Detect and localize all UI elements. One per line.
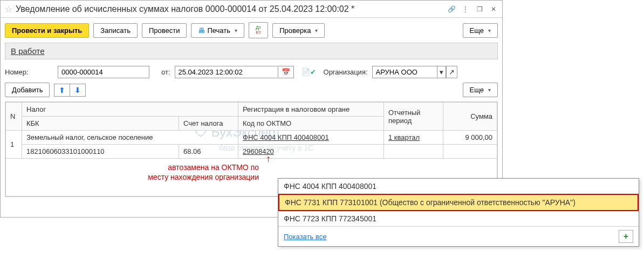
window-title: Уведомление об исчисленных суммах налого… [16, 4, 444, 14]
cell-oktmo[interactable]: 29608420 [238, 145, 384, 159]
dropdown-item[interactable]: ФНС 7723 КПП 772345001 [278, 211, 639, 218]
th-account[interactable]: Счет налога [179, 117, 238, 131]
number-label: Номер: [5, 68, 53, 76]
dropdown-item[interactable]: ФНС 4004 КПП 400408001 [278, 179, 639, 194]
calendar-icon[interactable]: 📅 [278, 67, 293, 77]
cell-period-link[interactable]: 1 квартал [388, 133, 420, 141]
cell-kbk[interactable]: 18210606033101000110 [22, 145, 179, 159]
table-toolbar: Добавить ⬆ ⬇ Еще [1, 80, 502, 99]
th-kbk[interactable]: КБК [22, 117, 179, 131]
org-dropdown-icon[interactable]: ▾ [437, 66, 446, 78]
date-label: от: [161, 68, 170, 76]
registration-dropdown: ФНС 4004 КПП 400408001 ФНС 7731 КПП 7731… [278, 178, 639, 218]
window-restore-icon[interactable]: ❐ [475, 5, 484, 13]
org-label: Организация: [324, 68, 368, 76]
table-more-button[interactable]: Еще [463, 83, 498, 97]
cell-period[interactable]: 1 квартал [384, 131, 443, 145]
check-button[interactable]: Проверка [272, 23, 325, 38]
approved-icon[interactable]: 📄✔ [302, 68, 316, 76]
cell-account[interactable]: 68.06 [179, 145, 238, 159]
th-reg[interactable]: Регистрация в налоговом органе [238, 103, 384, 117]
print-button[interactable]: 🖶 Печать [191, 23, 244, 38]
annotation-arrow-icon: ↑ [266, 153, 271, 165]
add-button[interactable]: Добавить [5, 83, 50, 97]
date-input[interactable] [175, 66, 278, 78]
cell-reg-link[interactable]: ФНС 4004 КПП 400408001 [243, 133, 329, 141]
status-bar: В работе [5, 43, 498, 59]
cell-sum[interactable]: 9 000,00 [443, 131, 497, 145]
close-icon[interactable]: ✕ [489, 5, 498, 13]
th-oktmo[interactable]: Код по ОКТМО [238, 117, 384, 131]
post-button[interactable]: Провести [142, 23, 187, 38]
write-button[interactable]: Записать [93, 23, 138, 38]
link-icon[interactable]: 🔗 [447, 5, 456, 13]
header-form-row: Номер: от: 📅 📄✔ Организация: ▾ ↗ [1, 64, 502, 80]
cell-n[interactable]: 1 [6, 131, 22, 159]
more-button[interactable]: Еще [463, 23, 498, 38]
th-sum[interactable]: Сумма [443, 103, 497, 131]
cell-reg[interactable]: ФНС 4004 КПП 400408001 [238, 131, 384, 145]
more-vertical-icon[interactable]: ⋮ [461, 5, 470, 13]
th-n[interactable]: N [6, 103, 22, 131]
printer-icon: 🖶 [198, 26, 205, 35]
move-down-button[interactable]: ⬇ [70, 84, 85, 96]
table-row[interactable]: 1 Земельный налог, сельское поселение ФН… [6, 131, 497, 145]
cell-tax[interactable]: Земельный налог, сельское поселение [22, 131, 238, 145]
dtkt-icon: ДтКт [256, 25, 261, 35]
dropdown-item-selected[interactable]: ФНС 7731 КПП 773101001 (Общество с огран… [278, 194, 639, 211]
status-link[interactable]: В работе [11, 46, 45, 56]
favorite-star-icon[interactable]: ☆ [5, 4, 12, 14]
org-open-icon[interactable]: ↗ [446, 66, 457, 78]
table-row-sub[interactable]: 18210606033101000110 68.06 29608420 [6, 145, 497, 159]
th-period[interactable]: Отчетный период [384, 103, 443, 131]
number-input[interactable] [58, 66, 149, 78]
post-close-button[interactable]: Провести и закрыть [5, 23, 89, 38]
print-label: Печать [207, 26, 230, 35]
dtkt-button[interactable]: ДтКт [249, 22, 268, 38]
annotation-text: автозамена на ОКТМО поместу нахождения о… [119, 162, 259, 182]
toolbar: Провести и закрыть Записать Провести 🖶 П… [1, 18, 502, 43]
move-up-button[interactable]: ⬆ [54, 84, 70, 96]
titlebar: ☆ Уведомление об исчисленных суммах нало… [1, 1, 502, 18]
org-input[interactable] [372, 66, 437, 78]
th-tax[interactable]: Налог [22, 103, 238, 117]
